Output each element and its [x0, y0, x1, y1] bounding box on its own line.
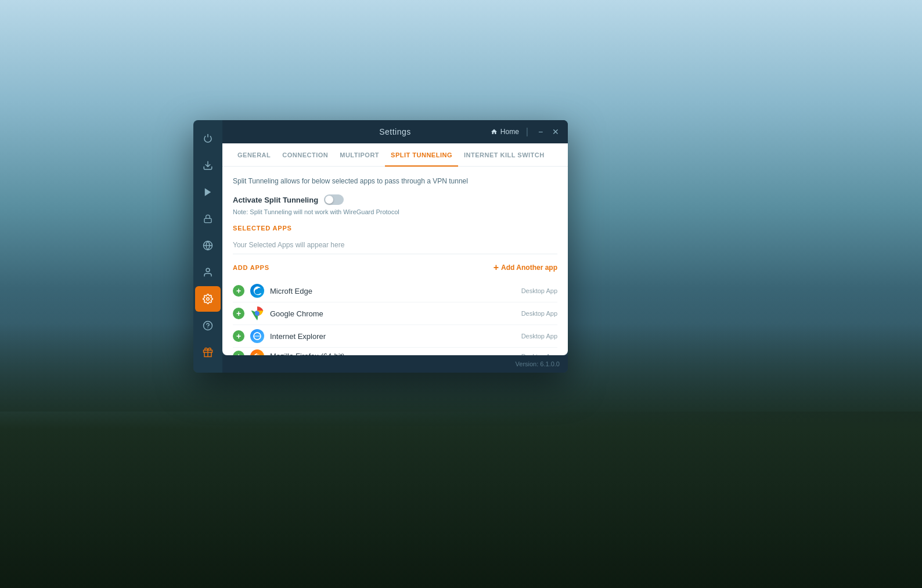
- chrome-app-name: Google Chrome: [270, 309, 521, 318]
- sidebar-item-lock[interactable]: [195, 206, 221, 232]
- add-edge-button[interactable]: +: [233, 285, 244, 297]
- add-firefox-button[interactable]: +: [233, 351, 244, 356]
- settings-panel: GENERAL CONNECTION MULTIPORT SPLIT TUNNE…: [222, 143, 568, 355]
- edge-app-type: Desktop App: [521, 287, 557, 294]
- chrome-app-type: Desktop App: [521, 310, 557, 317]
- version-text: Version: 6.1.0.0: [516, 360, 560, 367]
- version-bar: Version: 6.1.0.0: [222, 355, 568, 373]
- home-button[interactable]: Home: [491, 128, 519, 136]
- add-another-app-button[interactable]: + Add Another app: [494, 262, 557, 273]
- add-chrome-button[interactable]: +: [233, 308, 244, 319]
- firefox-icon: [250, 349, 264, 356]
- add-apps-row: ADD APPS + Add Another app: [233, 262, 557, 273]
- sidebar-item-ip[interactable]: [195, 233, 221, 258]
- app-list: + Microft Edge Desktop App +: [233, 280, 557, 355]
- edge-app-name: Microft Edge: [270, 287, 521, 295]
- svg-rect-1: [204, 218, 211, 222]
- app-row-ie[interactable]: + Internet Explorer Desktop App: [233, 325, 557, 348]
- sidebar-item-settings[interactable]: [195, 286, 221, 312]
- tab-general[interactable]: GENERAL: [232, 143, 276, 167]
- selected-apps-placeholder: Your Selected Apps will appear here: [233, 236, 557, 254]
- add-another-label: Add Another app: [501, 264, 557, 272]
- app-row-firefox[interactable]: + Mozilla Firefox (64-bit) Desktop App: [233, 348, 557, 355]
- svg-point-5: [207, 298, 210, 301]
- split-tunneling-toggle[interactable]: [324, 194, 344, 205]
- home-icon: [491, 128, 498, 135]
- add-apps-header: ADD APPS: [233, 264, 269, 271]
- sidebar-item-download[interactable]: [195, 153, 221, 178]
- toggle-thumb: [325, 196, 333, 204]
- ie-app-name: Internet Explorer: [270, 332, 521, 341]
- title-bar: Settings Home | − ✕: [222, 120, 568, 143]
- description-text: Split Tunneling allows for below selecte…: [233, 176, 557, 186]
- tab-multiport[interactable]: MULTIPORT: [334, 143, 385, 167]
- ie-icon: [250, 329, 264, 343]
- home-label: Home: [500, 128, 519, 136]
- svg-point-12: [255, 311, 260, 316]
- settings-content: Split Tunneling allows for below selecte…: [222, 167, 568, 355]
- titlebar-divider: |: [526, 127, 528, 137]
- selected-apps-header: SELECTED APPS: [233, 225, 557, 232]
- sidebar-item-play[interactable]: [195, 179, 221, 205]
- tab-split-tunneling[interactable]: SPLIT TUNNELING: [385, 143, 458, 167]
- add-ie-button[interactable]: +: [233, 330, 244, 342]
- main-content: Settings Home | − ✕ GENERAL CONNECTION: [222, 120, 568, 373]
- sidebar-item-user[interactable]: [195, 259, 221, 285]
- tab-internet-kill-switch[interactable]: INTERNET KILL SWITCH: [458, 143, 550, 167]
- close-button[interactable]: ✕: [550, 127, 561, 137]
- sidebar-item-gift[interactable]: [195, 340, 221, 365]
- activate-row: Activate Split Tunneling: [233, 194, 557, 205]
- app-row-edge[interactable]: + Microft Edge Desktop App: [233, 280, 557, 302]
- sidebar-item-power[interactable]: [195, 126, 221, 151]
- ie-app-type: Desktop App: [521, 333, 557, 340]
- note-text: Note: Split Tunneling will not work with…: [233, 208, 557, 215]
- svg-marker-0: [205, 188, 211, 196]
- chrome-icon: [250, 306, 264, 320]
- add-another-icon: +: [494, 262, 499, 273]
- minimize-button[interactable]: −: [535, 127, 546, 137]
- window-title: Settings: [379, 127, 411, 136]
- svg-point-4: [206, 268, 210, 272]
- sidebar: [193, 120, 222, 373]
- tabs-bar: GENERAL CONNECTION MULTIPORT SPLIT TUNNE…: [222, 143, 568, 167]
- tab-connection[interactable]: CONNECTION: [276, 143, 334, 167]
- activate-label: Activate Split Tunneling: [233, 196, 318, 204]
- sidebar-item-help[interactable]: [195, 313, 221, 338]
- app-row-chrome[interactable]: + Google Chrome De: [233, 302, 557, 325]
- app-window: Settings Home | − ✕ GENERAL CONNECTION: [193, 120, 568, 373]
- edge-icon: [250, 284, 264, 298]
